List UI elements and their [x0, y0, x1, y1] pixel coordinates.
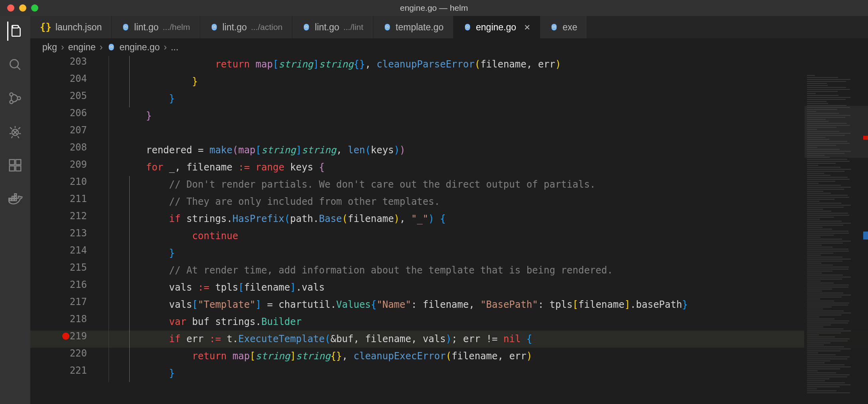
code-text[interactable]: // At render time, add information about… — [146, 262, 613, 279]
code-text[interactable]: rendered = make(map[string]string, len(k… — [146, 142, 405, 159]
gutter-line-number[interactable]: 219 — [30, 331, 98, 342]
extensions-activity[interactable] — [7, 157, 23, 173]
svg-point-7 — [18, 97, 21, 100]
code-text[interactable]: return map[string]string{}, cleanupExecE… — [146, 348, 532, 365]
code-text[interactable]: vals := tpls[filename].vals — [146, 279, 325, 296]
gutter-line-number[interactable]: 208 — [30, 142, 98, 153]
code-line[interactable]: 213 continue — [30, 228, 868, 245]
docker-activity[interactable] — [7, 191, 23, 207]
activity-bar — [0, 16, 30, 404]
code-line[interactable]: 221 } — [30, 365, 868, 382]
indent-guides — [98, 365, 146, 382]
overview-ruler-breakpoint — [863, 136, 868, 140]
code-text[interactable]: // They are only included from other tem… — [146, 193, 440, 210]
editor-tab[interactable]: {}launch.json — [30, 16, 112, 38]
gutter-line-number[interactable]: 209 — [30, 159, 98, 170]
code-text[interactable]: return map[string]string{}, cleanupParse… — [146, 56, 561, 73]
indent-guides — [98, 296, 146, 313]
maximize-window-button[interactable] — [31, 4, 38, 12]
gutter-line-number[interactable]: 218 — [30, 313, 98, 325]
code-text[interactable]: } — [146, 107, 152, 125]
gutter-line-number[interactable]: 214 — [30, 245, 98, 256]
code-text[interactable]: vals["Template"] = chartutil.Values{"Nam… — [146, 296, 688, 313]
code-line[interactable]: 207 — [30, 125, 868, 142]
chevron-right-icon: › — [61, 42, 64, 53]
code-text[interactable]: // Don't render partials. We don't care … — [146, 176, 596, 193]
close-window-button[interactable] — [7, 4, 14, 12]
breadcrumb-segment[interactable]: pkg — [42, 42, 57, 53]
code-line[interactable]: 211 // They are only included from other… — [30, 193, 868, 210]
search-activity[interactable] — [7, 57, 23, 73]
go-file-icon — [302, 23, 311, 32]
code-editor[interactable]: 203 return map[string]string{}, cleanupP… — [30, 56, 868, 404]
gutter-line-number[interactable]: 217 — [30, 296, 98, 307]
breadcrumb-ellipsis[interactable]: ... — [171, 42, 178, 53]
indent-guides — [98, 125, 146, 142]
indent-guides — [98, 210, 146, 228]
minimize-window-button[interactable] — [19, 4, 26, 12]
code-line[interactable]: 208rendered = make(map[string]string, le… — [30, 142, 868, 159]
code-text[interactable]: var buf strings.Builder — [146, 313, 302, 331]
indent-guides — [98, 262, 146, 279]
minimap[interactable] — [804, 72, 868, 404]
code-line[interactable]: 216 vals := tpls[filename].vals — [30, 279, 868, 296]
code-line[interactable]: 206} — [30, 107, 868, 125]
code-line[interactable]: 210 // Don't render partials. We don't c… — [30, 176, 868, 193]
editor-tab[interactable]: exe — [540, 16, 587, 38]
code-text[interactable]: } — [146, 73, 198, 90]
code-text[interactable]: if strings.HasPrefix(path.Base(filename)… — [146, 210, 446, 228]
code-line[interactable]: 214 } — [30, 245, 868, 262]
code-line[interactable]: 209for _, filename := range keys { — [30, 159, 868, 176]
gutter-line-number[interactable]: 216 — [30, 279, 98, 290]
editor-tab[interactable]: lint.go .../action — [200, 16, 293, 38]
indent-guides — [98, 107, 146, 125]
breadcrumb-segment[interactable]: engine.go — [120, 42, 160, 53]
tab-label: template.go — [396, 22, 444, 33]
gutter-line-number[interactable]: 205 — [30, 90, 98, 101]
gutter-line-number[interactable]: 221 — [30, 365, 98, 376]
code-text[interactable]: for _, filename := range keys { — [146, 159, 325, 176]
gutter-line-number[interactable]: 215 — [30, 262, 98, 273]
tab-hint: .../lint — [343, 22, 363, 32]
run-debug-activity[interactable] — [7, 124, 23, 140]
gutter-line-number[interactable]: 210 — [30, 176, 98, 187]
tab-hint: .../action — [251, 22, 282, 32]
indent-guides — [98, 142, 146, 159]
go-file-icon — [383, 23, 392, 32]
code-line[interactable]: 212 if strings.HasPrefix(path.Base(filen… — [30, 210, 868, 228]
source-control-activity[interactable] — [7, 90, 23, 106]
tab-label: launch.json — [55, 22, 102, 33]
tab-label: lint.go — [134, 22, 158, 33]
code-line[interactable]: 219 if err := t.ExecuteTemplate(&buf, fi… — [30, 331, 868, 348]
gutter-line-number[interactable]: 206 — [30, 107, 98, 119]
breadcrumb-segment[interactable]: engine — [68, 42, 96, 53]
gutter-line-number[interactable]: 204 — [30, 73, 98, 84]
gutter-line-number[interactable]: 211 — [30, 193, 98, 204]
editor-tab[interactable]: engine.go × — [454, 16, 540, 38]
breakpoint-icon[interactable] — [62, 333, 69, 340]
code-line[interactable]: 217 vals["Template"] = chartutil.Values{… — [30, 296, 868, 313]
gutter-line-number[interactable]: 207 — [30, 125, 98, 136]
explorer-activity[interactable] — [7, 23, 23, 39]
breadcrumb[interactable]: pkg › engine › engine.go › ... — [30, 38, 868, 56]
code-line[interactable]: 218 var buf strings.Builder — [30, 313, 868, 331]
editor-tab[interactable]: template.go — [373, 16, 454, 38]
code-text[interactable]: continue — [146, 228, 238, 245]
editor-tab[interactable]: lint.go .../helm — [112, 16, 200, 38]
gutter-line-number[interactable]: 220 — [30, 348, 98, 359]
code-line[interactable]: 215 // At render time, add information a… — [30, 262, 868, 279]
gutter-line-number[interactable]: 203 — [30, 56, 98, 67]
code-text[interactable]: } — [146, 90, 175, 107]
indent-guides — [98, 228, 146, 245]
code-text[interactable]: } — [146, 365, 175, 382]
code-text[interactable]: if err := t.ExecuteTemplate(&buf, filena… — [146, 331, 532, 348]
code-text[interactable]: } — [146, 245, 175, 262]
gutter-line-number[interactable]: 212 — [30, 210, 98, 222]
code-line[interactable]: 220 return map[string]string{}, cleanupE… — [30, 348, 868, 365]
code-line[interactable]: 203 return map[string]string{}, cleanupP… — [30, 56, 868, 73]
gutter-line-number[interactable]: 213 — [30, 228, 98, 239]
code-line[interactable]: 205 } — [30, 90, 868, 107]
code-line[interactable]: 204 } — [30, 73, 868, 90]
close-tab-icon[interactable]: × — [524, 21, 530, 34]
editor-tab[interactable]: lint.go .../lint — [292, 16, 373, 38]
